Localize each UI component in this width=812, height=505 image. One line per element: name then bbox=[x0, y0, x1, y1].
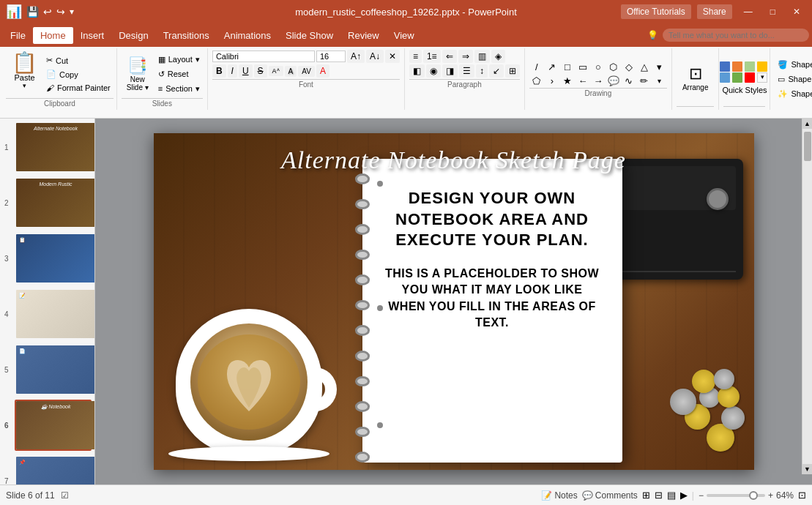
share-button[interactable]: Share bbox=[697, 4, 732, 19]
shape-round-rect[interactable]: ▭ bbox=[576, 61, 590, 74]
menu-slideshow[interactable]: Slide Show bbox=[278, 27, 340, 44]
zoom-slider[interactable] bbox=[707, 494, 765, 497]
section-button[interactable]: ≡ Section ▾ bbox=[155, 83, 203, 95]
bullets-button[interactable]: ≡ bbox=[409, 50, 422, 63]
menu-view[interactable]: View bbox=[387, 27, 422, 44]
shape-triangle[interactable]: △ bbox=[637, 61, 652, 74]
font-name-input[interactable] bbox=[212, 50, 315, 62]
shape-freeform[interactable]: ✏ bbox=[637, 75, 652, 88]
close-button[interactable]: ✕ bbox=[787, 7, 806, 17]
text-direction-button[interactable]: ↙ bbox=[489, 64, 504, 78]
text-align-button[interactable]: ⊞ bbox=[505, 64, 520, 78]
slide-thumbnail-4[interactable]: 📝 bbox=[15, 288, 92, 340]
shape-trapezoid[interactable]: ⬡ bbox=[606, 61, 621, 74]
shadow-button[interactable]: A bbox=[285, 66, 297, 77]
vertical-scrollbar[interactable]: ▲ ▼ bbox=[802, 119, 812, 474]
tell-me-search[interactable] bbox=[663, 29, 809, 42]
slide-thumbnail-3[interactable]: 📋 bbox=[15, 233, 92, 284]
menu-transitions[interactable]: Transitions bbox=[156, 27, 217, 44]
scrollbar-thumb-vertical[interactable] bbox=[804, 132, 811, 161]
menu-review[interactable]: Review bbox=[340, 27, 387, 44]
shapes-more-dropdown[interactable]: ▾ bbox=[652, 75, 667, 88]
align-center-button[interactable]: ◉ bbox=[426, 64, 441, 78]
quick-styles-label: Quick Styles bbox=[722, 86, 767, 94]
slide-thumbnail-1[interactable]: Alternate Notebook bbox=[15, 121, 92, 173]
increase-indent-button[interactable]: ⇒ bbox=[458, 50, 473, 63]
layout-button[interactable]: ▦ Layout ▾ bbox=[155, 53, 203, 66]
shape-line[interactable]: / bbox=[529, 61, 544, 74]
decrease-indent-button[interactable]: ⇐ bbox=[442, 50, 457, 63]
menu-animations[interactable]: Animations bbox=[217, 27, 278, 44]
copy-button[interactable]: 📄 Copy bbox=[43, 68, 113, 81]
shape-pentagon[interactable]: ⬠ bbox=[529, 75, 544, 88]
restore-button[interactable]: □ bbox=[764, 7, 781, 17]
zoom-thumb[interactable] bbox=[749, 491, 758, 500]
zoom-out-button[interactable]: − bbox=[699, 490, 704, 501]
paste-dropdown-icon[interactable]: ▾ bbox=[23, 82, 26, 89]
view-reading-icon[interactable]: ▤ bbox=[667, 490, 676, 501]
shape-outline-button[interactable]: ▭ Shape Outline bbox=[775, 73, 812, 86]
small-caps-button[interactable]: Aᴬ bbox=[269, 66, 283, 76]
menu-insert[interactable]: Insert bbox=[73, 27, 112, 44]
minimize-button[interactable]: — bbox=[738, 7, 759, 17]
new-slide-button[interactable]: 📑 New Slide ▾ bbox=[122, 53, 154, 94]
redo-icon[interactable]: ↪ bbox=[56, 6, 65, 18]
justify-button[interactable]: ☰ bbox=[459, 64, 474, 78]
menu-file[interactable]: File bbox=[3, 27, 33, 44]
slide-canvas[interactable]: Alternate Notebook Sketch Page bbox=[154, 133, 754, 470]
reset-button[interactable]: ↺ Reset bbox=[155, 68, 203, 81]
comments-button[interactable]: 💬 Comments bbox=[582, 490, 638, 501]
shape-arrow-left[interactable]: ← bbox=[576, 75, 590, 88]
fit-slide-button[interactable]: ⊡ bbox=[798, 490, 806, 501]
align-left-button[interactable]: ◧ bbox=[409, 64, 425, 78]
line-spacing-button[interactable]: ↕ bbox=[476, 64, 488, 78]
italic-button[interactable]: I bbox=[228, 64, 237, 78]
shape-arrow-ne[interactable]: ↗ bbox=[545, 61, 559, 74]
menu-design[interactable]: Design bbox=[111, 27, 155, 44]
align-right-button[interactable]: ◨ bbox=[442, 64, 458, 78]
font-size-increase-button[interactable]: A↑ bbox=[347, 50, 365, 63]
bold-button[interactable]: B bbox=[212, 64, 226, 78]
strikethrough-button[interactable]: S bbox=[254, 64, 267, 78]
paste-button[interactable]: 📋 Paste ▾ bbox=[6, 50, 43, 98]
shape-effects-button[interactable]: ✨ Shape Effects bbox=[775, 88, 812, 100]
notebook-spiral bbox=[354, 159, 371, 463]
shape-chevron[interactable]: › bbox=[545, 75, 559, 88]
shape-circle[interactable]: ○ bbox=[591, 61, 606, 74]
shape-callout[interactable]: 💬 bbox=[606, 75, 621, 88]
cut-button[interactable]: ✂ Cut bbox=[43, 54, 113, 67]
office-tutorials-button[interactable]: Office Tutorials bbox=[621, 4, 691, 19]
font-size-input[interactable] bbox=[316, 50, 346, 62]
save-icon[interactable]: 💾 bbox=[26, 6, 39, 18]
columns-button[interactable]: ▥ bbox=[474, 50, 490, 63]
shape-rect[interactable]: □ bbox=[560, 61, 575, 74]
shape-dropdown[interactable]: ▾ bbox=[652, 61, 667, 74]
menu-home[interactable]: Home bbox=[33, 27, 73, 44]
status-icon-accessibility[interactable]: ☑ bbox=[61, 490, 69, 501]
font-color-button[interactable]: A bbox=[316, 64, 329, 78]
format-painter-button[interactable]: 🖌 Format Painter bbox=[43, 82, 113, 94]
clear-formatting-button[interactable]: ✕ bbox=[385, 50, 400, 63]
shape-diamond[interactable]: ◇ bbox=[622, 61, 636, 74]
undo-icon[interactable]: ↩ bbox=[43, 6, 52, 18]
view-slideshow-icon[interactable]: ▶ bbox=[680, 490, 688, 501]
shape-fill-button[interactable]: 🪣 Shape Fill ▾ bbox=[775, 59, 812, 71]
arrange-button[interactable]: ⊡ Arrange bbox=[677, 61, 715, 94]
shape-arrow-right[interactable]: → bbox=[591, 75, 606, 88]
slide-thumbnail-5[interactable]: 📄 bbox=[15, 344, 92, 395]
zoom-in-button[interactable]: + bbox=[768, 490, 773, 501]
numbering-button[interactable]: 1≡ bbox=[423, 50, 441, 63]
font-size-decrease-button[interactable]: A↓ bbox=[366, 50, 384, 63]
char-spacing-button[interactable]: AV bbox=[298, 66, 315, 77]
customize-icon[interactable]: ▾ bbox=[70, 7, 74, 17]
view-normal-icon[interactable]: ⊞ bbox=[642, 490, 650, 501]
slide-thumbnail-7[interactable]: 📌 bbox=[15, 455, 92, 485]
smartart-convert-button[interactable]: ◈ bbox=[491, 50, 505, 63]
slide-thumbnail-6[interactable]: ☕ Notebook bbox=[15, 400, 92, 451]
notes-button[interactable]: 📝 Notes bbox=[541, 490, 577, 501]
slide-thumbnail-2[interactable]: Modern Rustic bbox=[15, 177, 92, 228]
underline-button[interactable]: U bbox=[239, 64, 253, 78]
view-slide-sorter-icon[interactable]: ⊟ bbox=[655, 490, 663, 501]
shape-star5[interactable]: ★ bbox=[560, 75, 575, 88]
shape-curve[interactable]: ∿ bbox=[622, 75, 636, 88]
